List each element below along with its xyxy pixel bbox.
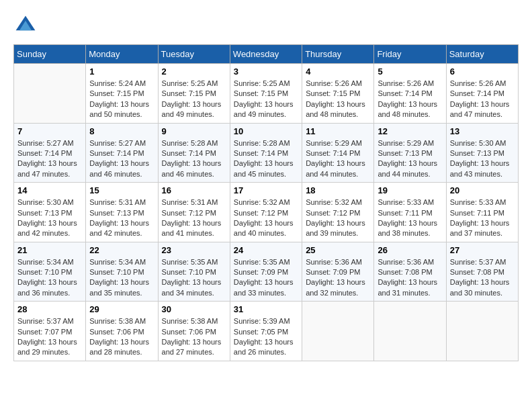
day-header-saturday: Saturday	[446, 45, 518, 64]
day-info: Sunrise: 5:35 AMSunset: 7:10 PMDaylight:…	[162, 257, 226, 299]
day-cell: 7Sunrise: 5:27 AMSunset: 7:14 PMDaylight…	[14, 123, 86, 183]
day-number: 13	[450, 126, 515, 136]
day-header-thursday: Thursday	[302, 45, 374, 64]
day-cell: 29Sunrise: 5:38 AMSunset: 7:06 PMDayligh…	[86, 302, 158, 361]
day-info: Sunrise: 5:30 AMSunset: 7:13 PMDaylight:…	[17, 197, 82, 239]
day-cell: 16Sunrise: 5:31 AMSunset: 7:12 PMDayligh…	[158, 183, 230, 242]
day-number: 30	[162, 304, 226, 314]
day-number: 31	[234, 304, 298, 314]
day-number: 1	[89, 66, 154, 77]
calendar-table: SundayMondayTuesdayWednesdayThursdayFrid…	[13, 44, 519, 361]
day-info: Sunrise: 5:39 AMSunset: 7:05 PMDaylight:…	[234, 316, 298, 358]
day-cell: 14Sunrise: 5:30 AMSunset: 7:13 PMDayligh…	[14, 183, 86, 242]
day-info: Sunrise: 5:37 AMSunset: 7:07 PMDaylight:…	[17, 316, 82, 358]
day-cell: 10Sunrise: 5:28 AMSunset: 7:14 PMDayligh…	[230, 123, 302, 183]
day-info: Sunrise: 5:26 AMSunset: 7:14 PMDaylight:…	[450, 79, 515, 120]
day-number: 29	[89, 304, 154, 314]
day-cell: 11Sunrise: 5:29 AMSunset: 7:14 PMDayligh…	[302, 123, 374, 183]
day-number: 22	[89, 245, 154, 255]
day-number: 21	[17, 245, 82, 255]
day-info: Sunrise: 5:34 AMSunset: 7:10 PMDaylight:…	[17, 257, 82, 299]
day-cell	[374, 302, 446, 361]
day-info: Sunrise: 5:29 AMSunset: 7:13 PMDaylight:…	[378, 138, 442, 180]
day-number: 10	[234, 126, 298, 136]
day-cell: 20Sunrise: 5:33 AMSunset: 7:11 PMDayligh…	[446, 183, 518, 242]
day-cell: 22Sunrise: 5:34 AMSunset: 7:10 PMDayligh…	[86, 242, 158, 302]
day-number: 3	[234, 66, 298, 77]
day-info: Sunrise: 5:38 AMSunset: 7:06 PMDaylight:…	[89, 316, 154, 358]
day-number: 11	[306, 126, 370, 136]
header-row: SundayMondayTuesdayWednesdayThursdayFrid…	[14, 45, 519, 64]
day-cell: 31Sunrise: 5:39 AMSunset: 7:05 PMDayligh…	[230, 302, 302, 361]
day-cell: 25Sunrise: 5:36 AMSunset: 7:09 PMDayligh…	[302, 242, 374, 302]
day-cell: 17Sunrise: 5:32 AMSunset: 7:12 PMDayligh…	[230, 183, 302, 242]
day-cell	[446, 302, 518, 361]
day-number: 28	[17, 304, 82, 314]
day-cell: 18Sunrise: 5:32 AMSunset: 7:12 PMDayligh…	[302, 183, 374, 242]
week-row-3: 14Sunrise: 5:30 AMSunset: 7:13 PMDayligh…	[14, 183, 519, 242]
day-info: Sunrise: 5:24 AMSunset: 7:15 PMDaylight:…	[89, 79, 154, 120]
day-number: 23	[162, 245, 226, 255]
day-cell	[302, 302, 374, 361]
day-number: 4	[306, 66, 370, 77]
week-row-5: 28Sunrise: 5:37 AMSunset: 7:07 PMDayligh…	[14, 302, 519, 361]
day-number: 5	[378, 66, 442, 77]
day-cell: 1Sunrise: 5:24 AMSunset: 7:15 PMDaylight…	[86, 64, 158, 124]
logo	[13, 13, 42, 38]
day-info: Sunrise: 5:31 AMSunset: 7:12 PMDaylight:…	[162, 197, 226, 239]
day-info: Sunrise: 5:31 AMSunset: 7:13 PMDaylight:…	[89, 197, 154, 239]
day-cell: 28Sunrise: 5:37 AMSunset: 7:07 PMDayligh…	[14, 302, 86, 361]
day-cell: 27Sunrise: 5:37 AMSunset: 7:08 PMDayligh…	[446, 242, 518, 302]
day-header-sunday: Sunday	[14, 45, 86, 64]
day-cell: 30Sunrise: 5:38 AMSunset: 7:06 PMDayligh…	[158, 302, 230, 361]
day-info: Sunrise: 5:30 AMSunset: 7:13 PMDaylight:…	[450, 138, 515, 180]
week-row-1: 1Sunrise: 5:24 AMSunset: 7:15 PMDaylight…	[14, 64, 519, 124]
day-info: Sunrise: 5:35 AMSunset: 7:09 PMDaylight:…	[234, 257, 298, 299]
day-info: Sunrise: 5:29 AMSunset: 7:14 PMDaylight:…	[306, 138, 370, 180]
day-number: 7	[17, 126, 82, 136]
day-header-friday: Friday	[374, 45, 446, 64]
day-info: Sunrise: 5:25 AMSunset: 7:15 PMDaylight:…	[162, 79, 226, 120]
day-number: 17	[234, 185, 298, 195]
day-cell: 15Sunrise: 5:31 AMSunset: 7:13 PMDayligh…	[86, 183, 158, 242]
day-number: 24	[234, 245, 298, 255]
day-info: Sunrise: 5:26 AMSunset: 7:14 PMDaylight:…	[378, 79, 442, 120]
day-number: 27	[450, 245, 515, 255]
day-info: Sunrise: 5:36 AMSunset: 7:09 PMDaylight:…	[306, 257, 370, 299]
day-number: 2	[162, 66, 226, 77]
day-header-tuesday: Tuesday	[158, 45, 230, 64]
day-cell: 3Sunrise: 5:25 AMSunset: 7:15 PMDaylight…	[230, 64, 302, 124]
page-header	[13, 13, 519, 38]
day-cell	[14, 64, 86, 124]
day-number: 14	[17, 185, 82, 195]
day-cell: 19Sunrise: 5:33 AMSunset: 7:11 PMDayligh…	[374, 183, 446, 242]
day-header-wednesday: Wednesday	[230, 45, 302, 64]
day-number: 18	[306, 185, 370, 195]
week-row-4: 21Sunrise: 5:34 AMSunset: 7:10 PMDayligh…	[14, 242, 519, 302]
day-cell: 23Sunrise: 5:35 AMSunset: 7:10 PMDayligh…	[158, 242, 230, 302]
day-cell: 24Sunrise: 5:35 AMSunset: 7:09 PMDayligh…	[230, 242, 302, 302]
day-number: 9	[162, 126, 226, 136]
day-info: Sunrise: 5:26 AMSunset: 7:15 PMDaylight:…	[306, 79, 370, 120]
day-number: 19	[378, 185, 442, 195]
day-info: Sunrise: 5:32 AMSunset: 7:12 PMDaylight:…	[234, 197, 298, 239]
logo-icon	[13, 13, 38, 38]
day-info: Sunrise: 5:36 AMSunset: 7:08 PMDaylight:…	[378, 257, 442, 299]
day-info: Sunrise: 5:33 AMSunset: 7:11 PMDaylight:…	[450, 197, 515, 239]
day-cell: 9Sunrise: 5:28 AMSunset: 7:14 PMDaylight…	[158, 123, 230, 183]
day-info: Sunrise: 5:28 AMSunset: 7:14 PMDaylight:…	[234, 138, 298, 180]
day-info: Sunrise: 5:27 AMSunset: 7:14 PMDaylight:…	[89, 138, 154, 180]
day-info: Sunrise: 5:37 AMSunset: 7:08 PMDaylight:…	[450, 257, 515, 299]
day-cell: 8Sunrise: 5:27 AMSunset: 7:14 PMDaylight…	[86, 123, 158, 183]
day-number: 26	[378, 245, 442, 255]
day-number: 8	[89, 126, 154, 136]
day-info: Sunrise: 5:25 AMSunset: 7:15 PMDaylight:…	[234, 79, 298, 120]
day-info: Sunrise: 5:38 AMSunset: 7:06 PMDaylight:…	[162, 316, 226, 358]
day-cell: 5Sunrise: 5:26 AMSunset: 7:14 PMDaylight…	[374, 64, 446, 124]
day-cell: 12Sunrise: 5:29 AMSunset: 7:13 PMDayligh…	[374, 123, 446, 183]
day-info: Sunrise: 5:27 AMSunset: 7:14 PMDaylight:…	[17, 138, 82, 180]
week-row-2: 7Sunrise: 5:27 AMSunset: 7:14 PMDaylight…	[14, 123, 519, 183]
day-header-monday: Monday	[86, 45, 158, 64]
day-cell: 4Sunrise: 5:26 AMSunset: 7:15 PMDaylight…	[302, 64, 374, 124]
day-info: Sunrise: 5:34 AMSunset: 7:10 PMDaylight:…	[89, 257, 154, 299]
